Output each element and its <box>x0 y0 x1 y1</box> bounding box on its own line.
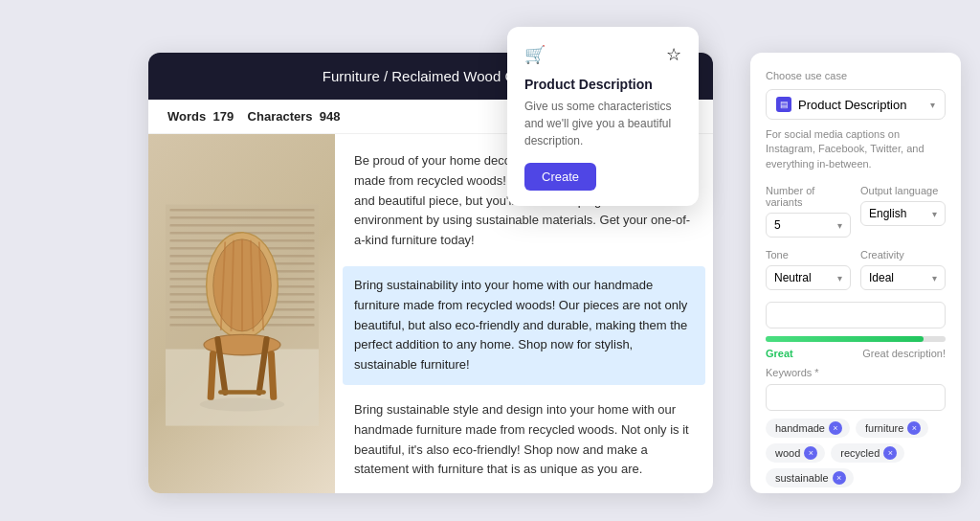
tooltip-create-button[interactable]: Create <box>524 163 596 191</box>
creativity-label: Creativity <box>860 249 946 260</box>
keywords-tags: handmade × furniture × wood × recycled ×… <box>766 419 946 487</box>
keyword-recycled-text: recycled <box>840 447 880 459</box>
quality-labels: Great Great description! <box>766 348 946 359</box>
keyword-tag-wood: wood × <box>766 443 825 463</box>
keyword-furniture-text: furniture <box>865 422 903 434</box>
svg-rect-30 <box>218 390 266 394</box>
language-value: English <box>869 207 906 220</box>
keywords-label: Keywords * <box>766 367 946 378</box>
keyword-wood-text: wood <box>775 447 800 459</box>
words-label: Words <box>167 109 206 124</box>
tone-field: Tone Neutral ▾ <box>766 249 851 290</box>
quality-label-great: Great <box>766 348 793 359</box>
right-panel: Choose use case ▤ Product Description ▾ … <box>750 53 961 493</box>
creativity-chevron-icon: ▾ <box>932 273 937 283</box>
keyword-recycled-remove[interactable]: × <box>883 446 897 460</box>
keywords-section: Keywords * handmade × furniture × wood ×… <box>766 367 946 487</box>
cart-icon: 🛒 <box>524 44 546 65</box>
chars-count: 948 <box>320 109 341 124</box>
description-input[interactable] <box>766 302 946 328</box>
keyword-wood-remove[interactable]: × <box>804 446 817 460</box>
svg-point-31 <box>199 397 284 411</box>
creativity-select[interactable]: Ideal ▾ <box>860 265 946 290</box>
variants-chevron-icon: ▾ <box>837 220 842 231</box>
tooltip-icons: 🛒 ☆ <box>524 44 681 65</box>
tooltip-title: Product Description <box>524 77 681 92</box>
svg-rect-1 <box>169 209 314 212</box>
keyword-handmade-remove[interactable]: × <box>829 421 842 435</box>
product-image <box>148 134 335 493</box>
words-count: 179 <box>212 109 234 124</box>
use-case-label: Choose use case <box>766 70 946 81</box>
variants-label: Number of variants <box>766 185 851 208</box>
chair-svg <box>166 200 319 430</box>
tone-chevron-icon: ▾ <box>837 273 842 283</box>
quality-bar-track <box>766 336 946 342</box>
use-case-select[interactable]: ▤ Product Description ▾ <box>766 89 946 120</box>
chevron-down-icon: ▾ <box>930 100 935 110</box>
content-block-3: Bring sustainable style and design into … <box>354 400 694 480</box>
language-field: Output language English ▾ <box>860 185 946 238</box>
content-block-2-highlighted: Bring sustainability into your home with… <box>343 266 705 385</box>
keyword-sustainable-text: sustainable <box>775 472 829 484</box>
quality-bar: Great Great description! <box>766 336 946 359</box>
tone-label: Tone <box>766 249 851 260</box>
variants-language-row: Number of variants 5 ▾ Output language E… <box>766 185 946 238</box>
star-icon[interactable]: ☆ <box>666 44 681 65</box>
tooltip-description: Give us some characteristics and we'll g… <box>524 98 681 149</box>
variants-value: 5 <box>774 218 781 232</box>
keyword-tag-furniture: furniture × <box>856 419 928 438</box>
product-desc-icon: ▤ <box>776 97 791 112</box>
use-case-value: Product Description <box>798 98 906 112</box>
tone-creativity-row: Tone Neutral ▾ Creativity Ideal ▾ <box>766 249 946 290</box>
keyword-tag-handmade: handmade × <box>766 419 850 438</box>
panel-subtitle: For social media captions on Instagram, … <box>766 127 946 171</box>
keyword-tag-recycled: recycled × <box>831 443 904 463</box>
tone-select[interactable]: Neutral ▾ <box>766 265 851 290</box>
language-label: Output language <box>860 185 946 196</box>
language-chevron-icon: ▾ <box>932 209 937 219</box>
creativity-value: Ideal <box>869 271 894 284</box>
language-select[interactable]: English ▾ <box>860 201 946 226</box>
keyword-sustainable-remove[interactable]: × <box>833 471 846 485</box>
tooltip-card: 🛒 ☆ Product Description Give us some cha… <box>507 27 699 206</box>
keyword-handmade-text: handmade <box>775 422 825 434</box>
keyword-furniture-remove[interactable]: × <box>907 421 921 435</box>
variants-select[interactable]: 5 ▾ <box>766 213 851 238</box>
chair-illustration <box>148 134 335 493</box>
svg-rect-2 <box>169 216 314 219</box>
svg-rect-17 <box>166 350 319 426</box>
chars-label: Characters <box>248 109 313 124</box>
tone-value: Neutral <box>774 271 812 284</box>
quality-label-right: Great description! <box>862 348 946 359</box>
variants-field: Number of variants 5 ▾ <box>766 185 851 238</box>
creativity-field: Creativity Ideal ▾ <box>860 249 946 290</box>
use-case-left: ▤ Product Description <box>776 97 906 112</box>
quality-bar-fill <box>766 336 924 342</box>
keyword-tag-sustainable: sustainable × <box>766 468 854 487</box>
svg-rect-3 <box>169 224 314 227</box>
keywords-input[interactable] <box>766 384 946 411</box>
